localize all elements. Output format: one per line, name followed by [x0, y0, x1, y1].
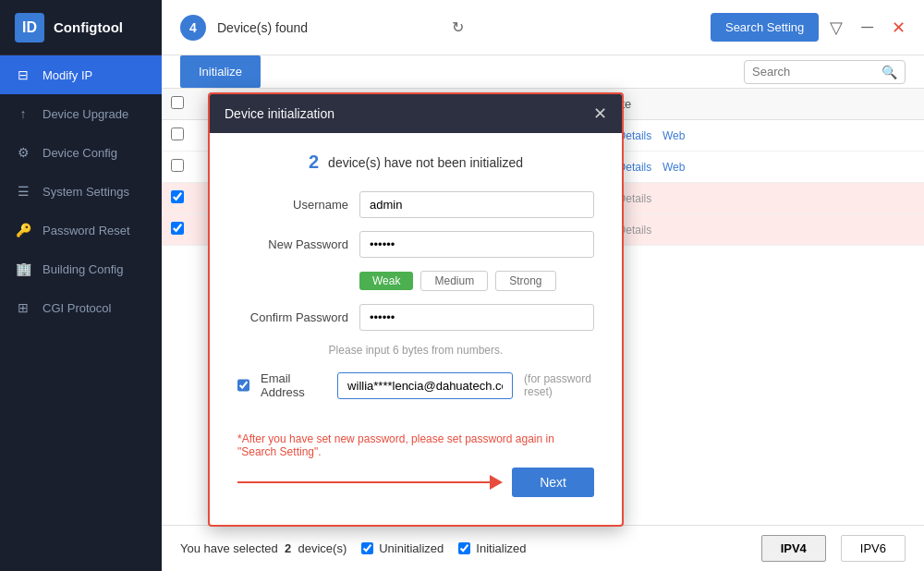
sidebar-item-cgi-protocol[interactable]: ⊞ CGI Protocol — [0, 288, 162, 327]
username-label: Username — [237, 198, 348, 212]
filter-icon[interactable]: ▽ — [830, 18, 843, 38]
building-config-icon: 🏢 — [15, 261, 31, 277]
warning-text: *After you have set new password, please… — [237, 432, 594, 458]
sidebar-item-device-upgrade[interactable]: ↑ Device Upgrade — [0, 94, 162, 133]
logo-area: ID Configtool — [0, 0, 162, 55]
modal-body: 2 device(s) have not been initialized Us… — [210, 133, 622, 432]
device-found-label: Device(s) found — [217, 20, 441, 35]
password-row: New Password — [237, 231, 594, 258]
modal-device-count: 2 — [309, 152, 319, 173]
main-area: 4 Device(s) found ↻ Search Setting ▽ ─ ✕… — [162, 0, 924, 571]
sidebar-item-label: Password Reset — [43, 224, 130, 237]
sidebar-item-label: Modify IP — [43, 68, 92, 82]
email-label: Email Address — [261, 371, 326, 399]
sidebar-item-label: Building Config — [43, 262, 123, 276]
content-area: Initialize 🔍 N Version Operate — [162, 55, 924, 571]
sidebar-item-password-reset[interactable]: 🔑 Password Reset — [0, 211, 162, 249]
app-name: Configtool — [54, 19, 123, 35]
sidebar-item-label: Device Config — [43, 146, 117, 160]
modal-info: 2 device(s) have not been initialized — [237, 152, 594, 173]
cgi-protocol-icon: ⊞ — [15, 299, 31, 316]
strength-medium-button[interactable]: Medium — [420, 271, 488, 291]
hint-text: Please input 6 bytes from numbers. — [237, 344, 594, 357]
sidebar-item-label: System Settings — [43, 185, 129, 199]
arrow-line — [237, 481, 490, 483]
confirm-label: Confirm Password — [237, 310, 348, 324]
email-checkbox[interactable] — [237, 378, 249, 393]
sidebar-item-label: CGI Protocol — [43, 301, 111, 315]
device-count-badge: 4 — [180, 15, 206, 41]
username-row: Username — [237, 191, 594, 218]
password-input[interactable] — [359, 231, 594, 258]
device-initialization-modal: Device initialization ✕ 2 device(s) have… — [208, 92, 624, 527]
sidebar-item-modify-ip[interactable]: ⊟ Modify IP — [0, 55, 162, 94]
sidebar-item-device-config[interactable]: ⚙ Device Config — [0, 133, 162, 172]
minimize-icon[interactable]: ─ — [861, 18, 873, 37]
modal-header: Device initialization ✕ — [210, 94, 622, 133]
system-settings-icon: ☰ — [15, 183, 31, 200]
sidebar-item-system-settings[interactable]: ☰ System Settings — [0, 172, 162, 211]
arrow-head — [490, 475, 503, 490]
device-upgrade-icon: ↑ — [15, 105, 31, 122]
strength-weak-button[interactable]: Weak — [359, 272, 413, 290]
strength-row: Weak Medium Strong — [237, 271, 594, 291]
sidebar-item-building-config[interactable]: 🏢 Building Config — [0, 249, 162, 288]
confirm-input[interactable] — [359, 304, 594, 331]
close-icon[interactable]: ✕ — [892, 18, 906, 38]
email-hint: (for password reset) — [524, 372, 594, 398]
sidebar: ID Configtool ⊟ Modify IP ↑ Device Upgra… — [0, 0, 162, 571]
sidebar-item-label: Device Upgrade — [43, 107, 128, 121]
username-input[interactable] — [359, 191, 594, 218]
strength-strong-button[interactable]: Strong — [495, 271, 555, 291]
email-input[interactable] — [337, 372, 513, 399]
email-row: Email Address (for password reset) — [237, 371, 594, 399]
arrow-row: Next — [237, 468, 594, 497]
password-label: New Password — [237, 237, 348, 251]
device-config-icon: ⚙ — [15, 144, 31, 161]
topbar: 4 Device(s) found ↻ Search Setting ▽ ─ ✕ — [162, 0, 924, 55]
modal-message: device(s) have not been initialized — [328, 155, 523, 170]
modal-title: Device initialization — [225, 106, 334, 121]
logo-icon: ID — [15, 13, 44, 43]
next-button[interactable]: Next — [512, 468, 594, 497]
modify-ip-icon: ⊟ — [15, 67, 31, 83]
modal-close-button[interactable]: ✕ — [593, 105, 607, 122]
modal-overlay: Device initialization ✕ 2 device(s) have… — [162, 55, 924, 571]
modal-footer: *After you have set new password, please… — [210, 432, 622, 525]
refresh-icon[interactable]: ↻ — [452, 18, 464, 36]
confirm-password-row: Confirm Password — [237, 304, 594, 331]
search-setting-button[interactable]: Search Setting — [711, 13, 819, 42]
password-reset-icon: 🔑 — [15, 222, 31, 238]
